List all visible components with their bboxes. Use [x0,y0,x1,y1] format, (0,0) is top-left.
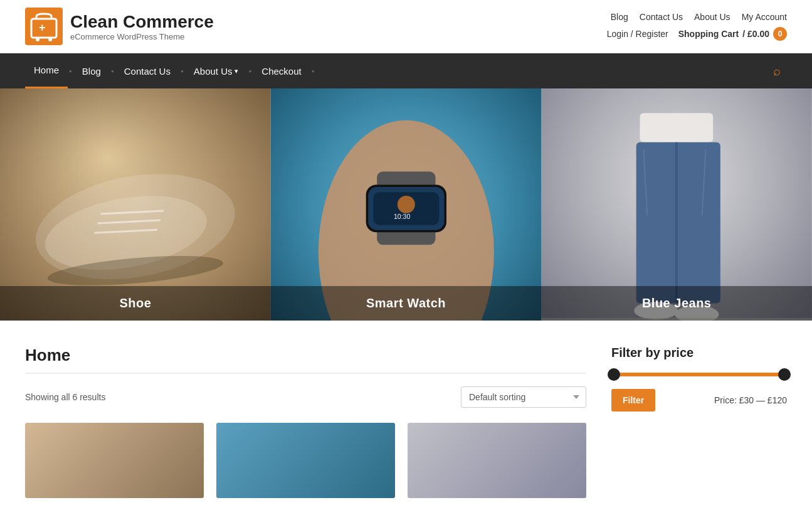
product-thumb-shoe[interactable] [25,423,204,498]
filter-title: Filter by price [611,346,787,360]
filter-button[interactable]: Filter [611,389,655,412]
svg-point-21 [398,196,415,213]
banner-jeans[interactable]: Blue Jeans [541,88,812,321]
banner-shoe[interactable]: Shoe [0,88,271,321]
top-link-contact[interactable]: Contact Us [640,12,683,22]
price-slider-track[interactable] [611,373,787,376]
banner-watch-label: Smart Watch [271,286,542,321]
nav-dot-2: ● [111,68,114,74]
nav-link-contact[interactable]: Contact Us [115,53,179,88]
hero-banners: Shoe 10:30 Smart Watc [0,88,812,321]
banner-jeans-label: Blue Jeans [541,286,812,321]
site-tagline: eCommerce WordPress Theme [70,32,214,41]
products-area: Home Showing all 6 results Default sorti… [25,346,586,498]
nav-dot-1: ● [69,68,72,74]
shopping-cart-link[interactable]: Shopping Cart / £0.00 0 [678,27,787,41]
nav-items: Home ● Blog ● Contact Us ● About Us ▾ ● … [25,53,767,88]
top-actions: Login / Register Shopping Cart / £0.00 0 [607,27,787,41]
cart-badge: 0 [773,27,787,41]
main-nav: Home ● Blog ● Contact Us ● About Us ▾ ● … [0,53,812,88]
nav-dot-3: ● [181,68,184,74]
svg-rect-25 [636,142,720,304]
site-name: Clean Commerce [70,12,214,32]
nav-link-about[interactable]: About Us ▾ [185,53,248,88]
search-icon[interactable]: ⌕ [767,64,787,78]
nav-item-home[interactable]: Home [25,53,68,88]
nav-item-about[interactable]: About Us ▾ [185,53,248,88]
top-right: Blog Contact Us About Us My Account Logi… [607,12,787,41]
banner-watch[interactable]: 10:30 Smart Watch [271,88,542,321]
nav-link-checkout[interactable]: Checkout [253,53,310,88]
nav-item-blog[interactable]: Blog [73,53,110,88]
section-title: Home [25,346,586,365]
login-register-link[interactable]: Login / Register [607,29,668,39]
product-thumb-watch[interactable] [216,423,395,498]
nav-link-blog[interactable]: Blog [73,53,110,88]
top-links: Blog Contact Us About Us My Account [611,12,787,22]
svg-text:+: + [39,21,46,34]
price-range-text: Price: £30 — £120 [714,395,787,405]
banner-shoe-label: Shoe [0,286,271,321]
top-link-blog[interactable]: Blog [611,12,628,22]
nav-item-contact[interactable]: Contact Us [115,53,179,88]
cart-label: Shopping Cart [678,29,739,39]
top-link-account[interactable]: My Account [742,12,787,22]
cart-price: / £0.00 [742,29,769,39]
filter-row: Filter Price: £30 — £120 [611,389,787,412]
svg-point-5 [48,38,52,41]
main-content: Home Showing all 6 results Default sorti… [0,321,812,510]
sort-select[interactable]: Default sorting Sort by popularity Sort … [461,386,586,408]
nav-dot-5: ● [312,68,315,74]
logo-icon: + [25,8,63,45]
svg-point-4 [36,38,40,41]
product-thumb-jeans[interactable] [408,423,586,498]
results-text: Showing all 6 results [25,392,105,402]
svg-text:10:30: 10:30 [394,213,410,220]
section-divider [25,373,586,374]
nav-dot-4: ● [248,68,251,74]
nav-item-checkout[interactable]: Checkout [253,53,310,88]
product-thumbs [25,423,586,498]
logo-area: + Clean Commerce eCommerce WordPress The… [25,8,214,45]
results-bar: Showing all 6 results Default sorting So… [25,386,586,408]
top-bar: + Clean Commerce eCommerce WordPress The… [0,0,812,53]
sidebar: Filter by price Filter Price: £30 — £120 [611,346,787,498]
top-link-about[interactable]: About Us [694,12,730,22]
logo-text: Clean Commerce eCommerce WordPress Theme [70,12,214,41]
chevron-down-icon: ▾ [235,67,238,75]
nav-link-home[interactable]: Home [25,53,68,88]
price-slider-container [611,373,787,376]
svg-rect-24 [640,113,714,142]
